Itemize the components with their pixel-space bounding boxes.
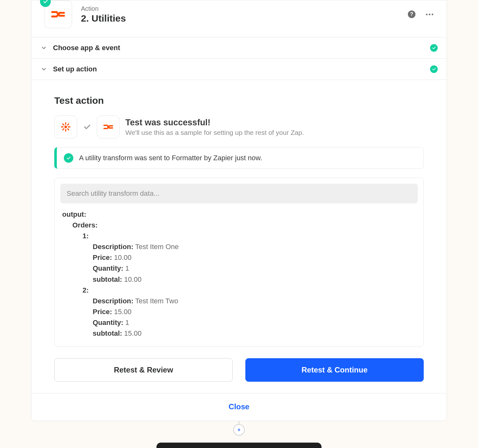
svg-rect-2 [65, 129, 66, 132]
zapier-icon [54, 115, 77, 138]
app-icon [44, 0, 72, 28]
tree-key: subtotal: [93, 275, 122, 283]
tree-key: Description: [93, 297, 133, 305]
formatter-icon [49, 5, 67, 23]
search-input[interactable] [60, 184, 418, 203]
check-icon [83, 123, 91, 131]
bottom-toolbar[interactable] [156, 443, 322, 448]
action-panel: Action 2. Utilities ? Choose app & event… [31, 0, 447, 421]
svg-rect-8 [67, 128, 70, 131]
svg-rect-7 [62, 123, 64, 126]
test-success-subtitle: We'll use this as a sample for setting u… [125, 129, 304, 136]
tree-value: Test Item One [135, 243, 179, 251]
panel-footer: Close [31, 393, 447, 421]
section-title: Test action [54, 95, 424, 106]
tree-key: output: [62, 210, 86, 218]
formatter-icon [97, 115, 120, 138]
banner-text: A utility transform was sent to Formatte… [79, 154, 262, 162]
tree-key: Description: [93, 243, 133, 251]
header-kicker: Action [81, 5, 408, 12]
tree-value: 1 [125, 264, 129, 272]
header-titles: Action 2. Utilities [81, 5, 408, 24]
svg-rect-6 [62, 128, 64, 131]
check-icon [43, 0, 48, 4]
panel-header: Action 2. Utilities ? [31, 0, 447, 37]
tree-key: Orders: [72, 221, 97, 229]
test-result-text: Test was successful! We'll use this as a… [125, 118, 304, 136]
output-data-card: output: Orders: 1: Description: Test Ite… [54, 178, 424, 347]
tree-key: 1: [83, 232, 89, 240]
test-action-section: Test action Test was successful! We'll u… [31, 80, 447, 393]
section-label: Choose app & event [53, 44, 430, 52]
tree-key: 2: [83, 286, 89, 294]
retest-review-button[interactable]: Retest & Review [54, 358, 233, 382]
tree-key: Price: [93, 254, 112, 261]
success-banner: A utility transform was sent to Formatte… [54, 147, 424, 169]
tree-key: Quantity: [93, 319, 123, 326]
retest-continue-button[interactable]: Retest & Continue [245, 358, 424, 382]
tree-key: Price: [93, 308, 112, 316]
chevron-down-icon [40, 66, 47, 73]
header-title: 2. Utilities [81, 13, 408, 24]
test-success-title: Test was successful! [125, 118, 304, 128]
tree-key: Quantity: [93, 264, 123, 272]
tree-value: 15.00 [114, 308, 131, 316]
section-choose-app-event[interactable]: Choose app & event [31, 37, 447, 58]
add-step-button[interactable]: + [233, 424, 245, 436]
connector-line: + [239, 421, 239, 430]
svg-point-0 [64, 126, 67, 128]
svg-rect-4 [68, 126, 70, 127]
tree-value: 1 [125, 319, 129, 326]
section-complete-icon [430, 65, 438, 73]
chevron-down-icon [40, 44, 47, 51]
help-icon[interactable]: ? [408, 10, 415, 18]
tree-key: subtotal: [93, 329, 122, 337]
check-icon [64, 153, 73, 163]
section-set-up-action[interactable]: Set up action [31, 58, 447, 80]
section-complete-icon [430, 44, 438, 52]
close-button[interactable]: Close [229, 402, 249, 411]
tree-value: Test Item Two [135, 297, 178, 305]
svg-rect-1 [65, 122, 66, 125]
tree-value: 15.00 [124, 329, 142, 337]
more-menu-icon[interactable] [425, 10, 434, 19]
header-actions: ? [408, 10, 434, 19]
section-label: Set up action [53, 65, 430, 73]
tree-value: 10.00 [114, 254, 131, 261]
test-result-row: Test was successful! We'll use this as a… [54, 115, 424, 138]
svg-rect-5 [67, 123, 70, 126]
tree-value: 10.00 [124, 275, 142, 283]
output-tree: output: Orders: 1: Description: Test Ite… [60, 203, 418, 339]
svg-rect-3 [61, 126, 63, 127]
button-row: Retest & Review Retest & Continue [54, 358, 424, 382]
